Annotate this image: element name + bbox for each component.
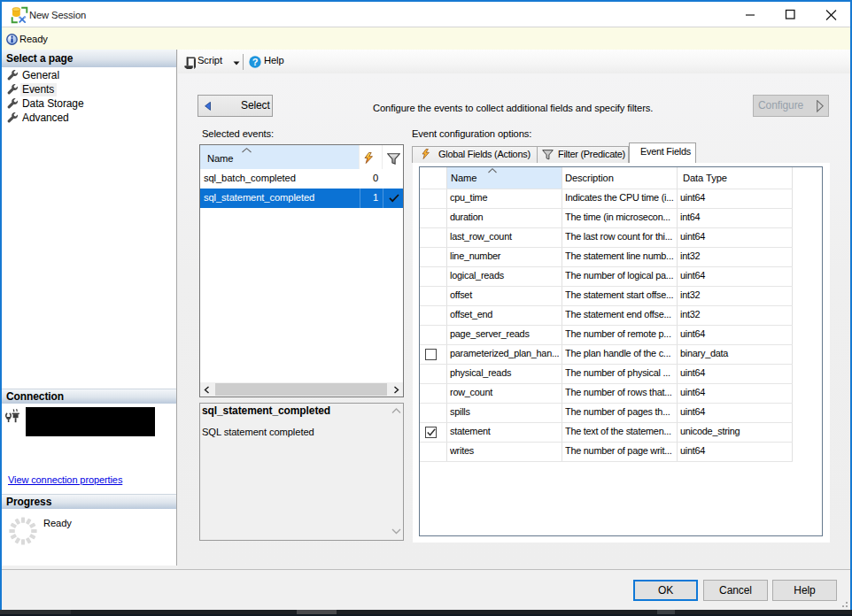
svg-text:?: ? [252, 57, 259, 67]
